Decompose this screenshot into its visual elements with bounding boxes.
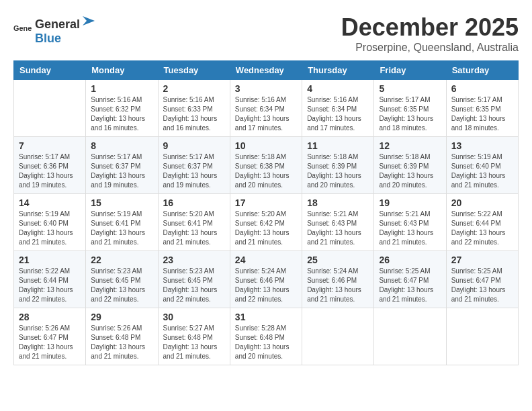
calendar-cell (14, 80, 86, 137)
day-info: Sunrise: 5:27 AMSunset: 6:48 PMDaylight:… (163, 324, 225, 361)
day-number: 16 (163, 197, 225, 208)
calendar-cell: 11Sunrise: 5:18 AMSunset: 6:39 PMDayligh… (302, 137, 374, 194)
page-header: General General Blue December 2025 Prose… (13, 13, 519, 54)
day-info: Sunrise: 5:23 AMSunset: 6:45 PMDaylight:… (91, 267, 152, 304)
logo-icon: General (13, 20, 32, 39)
day-number: 17 (235, 197, 297, 208)
location-subtitle: Proserpine, Queensland, Australia (341, 42, 519, 54)
day-info: Sunrise: 5:17 AMSunset: 6:36 PMDaylight:… (19, 152, 81, 190)
day-info: Sunrise: 5:19 AMSunset: 6:40 PMDaylight:… (19, 210, 81, 247)
day-number: 19 (379, 197, 441, 208)
calendar-cell: 23Sunrise: 5:23 AMSunset: 6:45 PMDayligh… (158, 251, 230, 308)
calendar-cell: 1Sunrise: 5:16 AMSunset: 6:32 PMDaylight… (86, 80, 158, 137)
day-number: 10 (235, 140, 297, 151)
day-header-wednesday: Wednesday (230, 61, 302, 80)
day-number: 18 (307, 197, 369, 208)
month-title: December 2025 (341, 13, 519, 42)
day-header-monday: Monday (86, 61, 158, 80)
day-info: Sunrise: 5:23 AMSunset: 6:45 PMDaylight:… (163, 267, 225, 304)
calendar-cell: 18Sunrise: 5:21 AMSunset: 6:43 PMDayligh… (302, 194, 374, 251)
day-number: 14 (19, 197, 81, 208)
calendar-header-row: SundayMondayTuesdayWednesdayThursdayFrid… (14, 61, 519, 80)
logo: General General Blue (13, 13, 96, 46)
day-number: 8 (91, 140, 152, 151)
calendar-cell: 20Sunrise: 5:22 AMSunset: 6:44 PMDayligh… (446, 194, 518, 251)
day-number: 7 (19, 140, 81, 151)
day-info: Sunrise: 5:24 AMSunset: 6:46 PMDaylight:… (307, 267, 369, 304)
day-number: 5 (379, 83, 441, 94)
week-row-4: 21Sunrise: 5:22 AMSunset: 6:44 PMDayligh… (14, 251, 519, 308)
calendar-cell: 13Sunrise: 5:19 AMSunset: 6:40 PMDayligh… (446, 137, 518, 194)
day-number: 26 (379, 255, 441, 265)
day-number: 1 (91, 83, 152, 94)
calendar-cell: 17Sunrise: 5:20 AMSunset: 6:42 PMDayligh… (230, 194, 302, 251)
day-info: Sunrise: 5:22 AMSunset: 6:44 PMDaylight:… (19, 267, 81, 304)
day-info: Sunrise: 5:19 AMSunset: 6:41 PMDaylight:… (91, 210, 152, 247)
calendar-cell: 14Sunrise: 5:19 AMSunset: 6:40 PMDayligh… (14, 194, 86, 251)
day-info: Sunrise: 5:16 AMSunset: 6:34 PMDaylight:… (307, 95, 369, 133)
day-number: 9 (163, 140, 225, 151)
calendar-cell (302, 308, 374, 365)
day-info: Sunrise: 5:26 AMSunset: 6:48 PMDaylight:… (91, 324, 152, 361)
day-info: Sunrise: 5:21 AMSunset: 6:43 PMDaylight:… (379, 210, 441, 247)
logo-arrow-icon (81, 13, 96, 28)
day-info: Sunrise: 5:16 AMSunset: 6:34 PMDaylight:… (235, 95, 297, 133)
calendar-cell (446, 308, 518, 365)
day-info: Sunrise: 5:18 AMSunset: 6:39 PMDaylight:… (307, 152, 369, 190)
calendar-cell (374, 308, 446, 365)
day-info: Sunrise: 5:21 AMSunset: 6:43 PMDaylight:… (307, 210, 369, 247)
day-info: Sunrise: 5:16 AMSunset: 6:32 PMDaylight:… (91, 95, 152, 133)
day-number: 30 (163, 312, 225, 322)
calendar-cell: 24Sunrise: 5:24 AMSunset: 6:46 PMDayligh… (230, 251, 302, 308)
day-header-thursday: Thursday (302, 61, 374, 80)
day-number: 22 (91, 255, 152, 265)
day-number: 27 (451, 255, 513, 265)
day-info: Sunrise: 5:25 AMSunset: 6:47 PMDaylight:… (379, 267, 441, 304)
day-info: Sunrise: 5:17 AMSunset: 6:37 PMDaylight:… (163, 152, 225, 190)
day-info: Sunrise: 5:22 AMSunset: 6:44 PMDaylight:… (451, 210, 513, 247)
week-row-3: 14Sunrise: 5:19 AMSunset: 6:40 PMDayligh… (14, 194, 519, 251)
week-row-5: 28Sunrise: 5:26 AMSunset: 6:47 PMDayligh… (14, 308, 519, 365)
day-header-saturday: Saturday (446, 61, 518, 80)
calendar-table: SundayMondayTuesdayWednesdayThursdayFrid… (13, 60, 519, 365)
calendar-cell: 28Sunrise: 5:26 AMSunset: 6:47 PMDayligh… (14, 308, 86, 365)
day-number: 4 (307, 83, 369, 94)
day-header-friday: Friday (374, 61, 446, 80)
day-info: Sunrise: 5:18 AMSunset: 6:38 PMDaylight:… (235, 152, 297, 190)
day-info: Sunrise: 5:20 AMSunset: 6:41 PMDaylight:… (163, 210, 225, 247)
calendar-cell: 27Sunrise: 5:25 AMSunset: 6:47 PMDayligh… (446, 251, 518, 308)
day-number: 12 (379, 140, 441, 151)
title-section: December 2025 Proserpine, Queensland, Au… (341, 13, 519, 54)
logo-blue: Blue (35, 32, 61, 45)
day-number: 21 (19, 255, 81, 265)
day-info: Sunrise: 5:24 AMSunset: 6:46 PMDaylight:… (235, 267, 297, 304)
day-header-sunday: Sunday (14, 61, 86, 80)
day-info: Sunrise: 5:28 AMSunset: 6:48 PMDaylight:… (235, 324, 297, 361)
calendar-cell: 15Sunrise: 5:19 AMSunset: 6:41 PMDayligh… (86, 194, 158, 251)
day-info: Sunrise: 5:19 AMSunset: 6:40 PMDaylight:… (451, 152, 513, 190)
svg-marker-2 (83, 16, 95, 26)
svg-text:General: General (13, 24, 32, 32)
day-header-tuesday: Tuesday (158, 61, 230, 80)
calendar-cell: 22Sunrise: 5:23 AMSunset: 6:45 PMDayligh… (86, 251, 158, 308)
calendar-cell: 2Sunrise: 5:16 AMSunset: 6:33 PMDaylight… (158, 80, 230, 137)
calendar-cell: 6Sunrise: 5:17 AMSunset: 6:35 PMDaylight… (446, 80, 518, 137)
calendar-cell: 7Sunrise: 5:17 AMSunset: 6:36 PMDaylight… (14, 137, 86, 194)
day-number: 24 (235, 255, 297, 265)
day-info: Sunrise: 5:17 AMSunset: 6:35 PMDaylight:… (379, 95, 441, 133)
calendar-cell: 25Sunrise: 5:24 AMSunset: 6:46 PMDayligh… (302, 251, 374, 308)
day-number: 6 (451, 83, 513, 94)
day-info: Sunrise: 5:16 AMSunset: 6:33 PMDaylight:… (163, 95, 225, 133)
week-row-1: 1Sunrise: 5:16 AMSunset: 6:32 PMDaylight… (14, 80, 519, 137)
day-number: 13 (451, 140, 513, 151)
day-number: 3 (235, 83, 297, 94)
day-info: Sunrise: 5:17 AMSunset: 6:37 PMDaylight:… (91, 152, 152, 190)
calendar-cell: 10Sunrise: 5:18 AMSunset: 6:38 PMDayligh… (230, 137, 302, 194)
day-info: Sunrise: 5:18 AMSunset: 6:39 PMDaylight:… (379, 152, 441, 190)
calendar-cell: 30Sunrise: 5:27 AMSunset: 6:48 PMDayligh… (158, 308, 230, 365)
day-number: 23 (163, 255, 225, 265)
calendar-cell: 21Sunrise: 5:22 AMSunset: 6:44 PMDayligh… (14, 251, 86, 308)
calendar-cell: 12Sunrise: 5:18 AMSunset: 6:39 PMDayligh… (374, 137, 446, 194)
calendar-cell: 8Sunrise: 5:17 AMSunset: 6:37 PMDaylight… (86, 137, 158, 194)
week-row-2: 7Sunrise: 5:17 AMSunset: 6:36 PMDaylight… (14, 137, 519, 194)
